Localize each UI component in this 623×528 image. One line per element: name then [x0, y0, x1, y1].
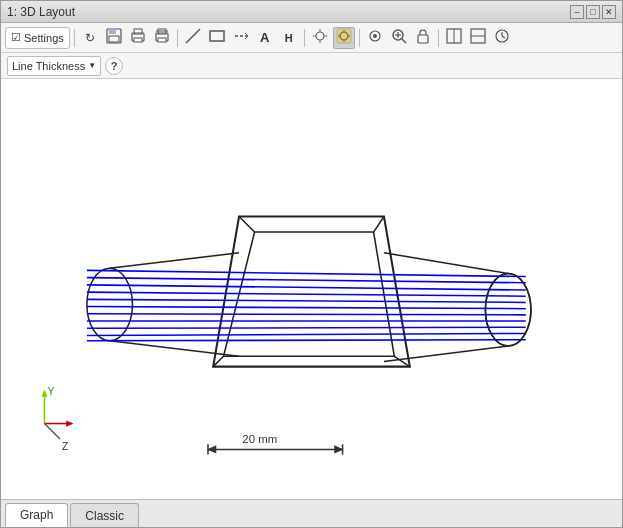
- print-button[interactable]: [127, 27, 149, 49]
- view-icon: [367, 28, 383, 47]
- print2-icon: [154, 28, 170, 47]
- text-h-button[interactable]: H: [278, 27, 300, 49]
- split-h-icon: [446, 28, 462, 47]
- svg-line-10: [186, 29, 200, 43]
- draw-dash-button[interactable]: [230, 27, 252, 49]
- tab-classic-label: Classic: [85, 509, 124, 523]
- help-icon: ?: [111, 60, 118, 72]
- line-thickness-label: Line Thickness: [12, 60, 85, 72]
- refresh-icon: ↻: [85, 31, 95, 45]
- view-button[interactable]: [364, 27, 386, 49]
- window-title: 1: 3D Layout: [7, 5, 75, 19]
- draw-dash-icon: [233, 28, 249, 47]
- split-h-button[interactable]: [443, 27, 465, 49]
- svg-rect-32: [418, 35, 428, 43]
- close-button[interactable]: ✕: [602, 5, 616, 19]
- svg-rect-2: [109, 36, 119, 42]
- toolbar-separator-3: [304, 29, 305, 47]
- svg-rect-11: [210, 31, 224, 41]
- svg-rect-8: [158, 38, 166, 42]
- settings-button[interactable]: ☑ Settings: [5, 27, 70, 49]
- svg-text:20 mm: 20 mm: [242, 433, 277, 445]
- split-v-button[interactable]: [467, 27, 489, 49]
- settings-label: Settings: [24, 32, 64, 44]
- title-bar: 1: 3D Layout – □ ✕: [1, 1, 622, 23]
- active-snap-button[interactable]: [333, 27, 355, 49]
- svg-text:Z: Z: [62, 441, 68, 452]
- tabs-bar: Graph Classic: [1, 499, 622, 527]
- help-button[interactable]: ?: [105, 57, 123, 75]
- active-snap-icon: [336, 28, 352, 47]
- clock-icon: [494, 28, 510, 47]
- svg-line-29: [402, 39, 406, 43]
- lock-button[interactable]: [412, 27, 434, 49]
- draw-line-icon: [185, 28, 201, 47]
- toolbar-separator-2: [177, 29, 178, 47]
- 3d-scene-svg: Y Z 20 mm: [1, 79, 622, 499]
- subbar: Line Thickness ▼ ?: [1, 53, 622, 79]
- main-window: 1: 3D Layout – □ ✕ ☑ Settings ↻: [0, 0, 623, 528]
- dropdown-arrow-icon: ▼: [88, 61, 96, 70]
- 3d-viewport: Y Z 20 mm: [1, 79, 622, 499]
- clock-button[interactable]: [491, 27, 513, 49]
- snap-button[interactable]: [309, 27, 331, 49]
- svg-line-63: [87, 340, 526, 341]
- text-h-icon: H: [285, 32, 293, 44]
- tab-graph-label: Graph: [20, 508, 53, 522]
- save-button[interactable]: [103, 27, 125, 49]
- draw-rect-button[interactable]: [206, 27, 228, 49]
- lock-icon: [415, 28, 431, 47]
- draw-rect-icon: [209, 28, 225, 47]
- refresh-button[interactable]: ↻: [79, 27, 101, 49]
- line-thickness-button[interactable]: Line Thickness ▼: [7, 56, 101, 76]
- print-icon: [130, 28, 146, 47]
- settings-checkmark-icon: ☑: [11, 31, 21, 44]
- svg-rect-5: [134, 38, 142, 42]
- svg-text:Y: Y: [48, 386, 55, 397]
- svg-line-61: [87, 327, 526, 328]
- main-toolbar: ☑ Settings ↻: [1, 23, 622, 53]
- print2-button[interactable]: [151, 27, 173, 49]
- toolbar-separator-4: [359, 29, 360, 47]
- toolbar-separator-1: [74, 29, 75, 47]
- svg-rect-1: [109, 29, 116, 34]
- svg-point-27: [373, 34, 377, 38]
- zoom-icon: [391, 28, 407, 47]
- text-a-icon: A: [260, 30, 269, 45]
- svg-rect-40: [1, 92, 622, 485]
- toolbar-separator-5: [438, 29, 439, 47]
- text-a-button[interactable]: A: [254, 27, 276, 49]
- snap-icon: [312, 28, 328, 47]
- split-v-icon: [470, 28, 486, 47]
- svg-line-59: [87, 314, 526, 315]
- draw-line-button[interactable]: [182, 27, 204, 49]
- title-controls: – □ ✕: [570, 5, 616, 19]
- save-icon: [106, 28, 122, 47]
- minimize-button[interactable]: –: [570, 5, 584, 19]
- tab-graph[interactable]: Graph: [5, 503, 68, 527]
- zoom-button[interactable]: [388, 27, 410, 49]
- tab-classic[interactable]: Classic: [70, 503, 139, 527]
- svg-line-39: [502, 36, 505, 38]
- maximize-button[interactable]: □: [586, 5, 600, 19]
- svg-point-15: [316, 32, 324, 40]
